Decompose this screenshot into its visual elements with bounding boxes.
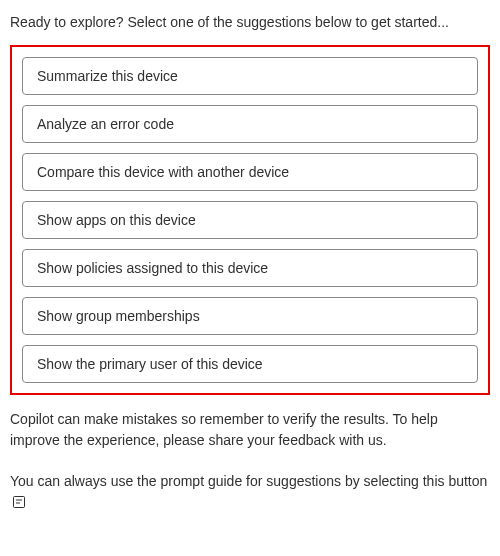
prompt-guide-label: You can always use the prompt guide for … [10, 473, 487, 489]
intro-text: Ready to explore? Select one of the sugg… [10, 12, 490, 33]
suggestion-compare-device[interactable]: Compare this device with another device [22, 153, 478, 191]
suggestion-show-group-memberships[interactable]: Show group memberships [22, 297, 478, 335]
suggestion-summarize-device[interactable]: Summarize this device [22, 57, 478, 95]
suggestions-container: Summarize this device Analyze an error c… [10, 45, 490, 395]
suggestion-show-primary-user[interactable]: Show the primary user of this device [22, 345, 478, 383]
prompt-guide-icon [12, 495, 26, 509]
disclaimer-text: Copilot can make mistakes so remember to… [10, 409, 490, 451]
suggestion-analyze-error-code[interactable]: Analyze an error code [22, 105, 478, 143]
svg-rect-0 [14, 497, 25, 508]
suggestion-show-apps[interactable]: Show apps on this device [22, 201, 478, 239]
suggestion-show-policies[interactable]: Show policies assigned to this device [22, 249, 478, 287]
prompt-guide-text: You can always use the prompt guide for … [10, 471, 490, 513]
